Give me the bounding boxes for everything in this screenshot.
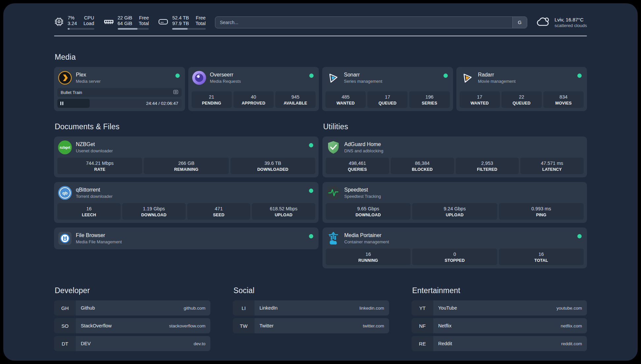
bookmark-youtube[interactable]: YT YouTube youtube.com bbox=[412, 300, 587, 316]
stat-tile: 945 AVAILABLE bbox=[275, 91, 316, 108]
bookmark-stackoverflow[interactable]: SO StackOverflow stackoverflow.com bbox=[54, 318, 210, 333]
stat-tile: 266 GB REMAINING bbox=[144, 158, 229, 174]
stat-tile: 485 WANTED bbox=[325, 91, 366, 108]
bookmark-abbr: SO bbox=[54, 318, 76, 333]
section-utilities: Utilities bbox=[322, 122, 587, 268]
cpu-progress-fill bbox=[68, 28, 70, 30]
service-description: Series management bbox=[344, 78, 382, 84]
status-dot bbox=[309, 74, 314, 78]
stat-tile: 17 QUEUED bbox=[367, 91, 408, 108]
bookmark-abbr: YT bbox=[412, 300, 433, 316]
status-dot bbox=[577, 234, 582, 238]
service-card-overseerr[interactable]: Overseerr Media Requests 21 PENDING 40 A… bbox=[188, 67, 319, 111]
cloud-icon bbox=[536, 16, 550, 29]
service-description: Torrent downloader bbox=[76, 194, 112, 199]
memory-free: 22 GiB bbox=[118, 15, 132, 21]
stat-tile: 498,461 QUERIES bbox=[326, 158, 389, 174]
bookmark-name: Netflix bbox=[438, 323, 451, 328]
bookmark-domain: dev.to bbox=[194, 341, 205, 346]
service-card-nzbget[interactable]: nzbget NZBGet Usenet downloader 744.21 M… bbox=[54, 136, 319, 177]
stat-tile: 16 LEECH bbox=[57, 203, 121, 220]
memory-label-2: Total bbox=[139, 21, 149, 26]
bookmark-abbr: NF bbox=[412, 318, 433, 333]
service-name: qBittorrent bbox=[76, 187, 112, 193]
bookmark-linkedin[interactable]: LI LinkedIn linkedin.com bbox=[233, 300, 389, 316]
section-entertainment: Entertainment YT YouTube youtube.com NF … bbox=[412, 286, 587, 354]
stat-tile: 47.571 ms LATENCY bbox=[520, 158, 584, 174]
status-dot bbox=[443, 74, 448, 78]
stat-tile: 196 SERIES bbox=[409, 91, 449, 108]
stat-tile: 2,953 FILTERED bbox=[456, 158, 519, 174]
bookmark-twitter[interactable]: TW Twitter twitter.com bbox=[233, 318, 389, 333]
search-input[interactable] bbox=[215, 16, 527, 28]
service-card-radarr[interactable]: Radarr Movie management 17 WANTED 22 QUE… bbox=[456, 67, 587, 111]
section-title-social: Social bbox=[233, 286, 389, 295]
service-card-portainer[interactable]: Media Portainer Container management 16 … bbox=[322, 228, 587, 268]
search-engine-button[interactable]: G bbox=[512, 17, 527, 28]
svg-text:nzbget: nzbget bbox=[60, 146, 71, 149]
bookmark-abbr: GH bbox=[54, 300, 76, 316]
service-description: Media Requests bbox=[210, 78, 241, 84]
disk-progress-bar bbox=[172, 28, 205, 30]
service-name: Speedtest bbox=[344, 187, 381, 193]
stat-tile: 0.993 ms PING bbox=[499, 203, 584, 220]
radarr-icon bbox=[460, 71, 474, 85]
status-dot bbox=[309, 143, 313, 147]
status-dot bbox=[309, 189, 313, 193]
stat-tile: 1.19 Gbps DOWNLOAD bbox=[122, 203, 186, 220]
bookmark-abbr: LI bbox=[233, 300, 255, 316]
service-description: DNS and adblocking bbox=[344, 148, 383, 154]
qbittorrent-icon: qb bbox=[58, 186, 72, 200]
bookmark-name: LinkedIn bbox=[259, 305, 278, 311]
bookmark-domain: stackoverflow.com bbox=[169, 323, 205, 328]
weather-location-temp: Lviv, 16.87°C bbox=[555, 16, 587, 23]
memory-icon bbox=[104, 17, 114, 28]
service-card-filebrowser[interactable]: File Browser Media File Management bbox=[54, 228, 319, 249]
service-description: Container management bbox=[344, 239, 389, 245]
memory-stat: 22 GiB Free 64 GiB Total bbox=[104, 15, 149, 30]
service-name: Media Portainer bbox=[344, 232, 389, 239]
stat-tile: 22 QUEUED bbox=[502, 91, 542, 108]
service-name: Plex bbox=[76, 72, 101, 78]
bookmark-netflix[interactable]: NF Netflix netflix.com bbox=[412, 318, 587, 333]
bookmark-abbr: RE bbox=[412, 336, 433, 351]
playback-progress-fill bbox=[57, 99, 90, 108]
stat-tile: 0 STOPPED bbox=[412, 249, 497, 265]
disk-label-2: Total bbox=[196, 21, 206, 26]
stat-tile: 9.24 Gbps UPLOAD bbox=[412, 203, 497, 220]
header: 7% CPU 3.24 Load bbox=[54, 13, 587, 32]
section-media: Media Plex Media server bbox=[54, 53, 587, 111]
bookmark-domain: twitter.com bbox=[363, 323, 384, 328]
pause-button[interactable] bbox=[60, 102, 63, 105]
overseerr-icon bbox=[192, 71, 206, 85]
section-developer: Developer GH Github github.com SO StackO… bbox=[54, 286, 210, 354]
stat-tile: 17 WANTED bbox=[460, 91, 500, 108]
service-card-plex[interactable]: Plex Media server Bullet Train bbox=[54, 67, 185, 111]
service-description: Usenet downloader bbox=[76, 148, 113, 154]
stat-tile: 40 APPROVED bbox=[233, 91, 274, 108]
bookmark-name: Reddit bbox=[438, 341, 452, 346]
stat-tile: 9.65 Gbps DOWNLOAD bbox=[326, 203, 411, 220]
bookmark-abbr: DT bbox=[54, 336, 76, 351]
cpu-loadavg: 3.24 bbox=[68, 21, 77, 26]
status-dot bbox=[577, 74, 582, 78]
stat-tile: 21 PENDING bbox=[192, 91, 232, 108]
stat-tile: 834 MOVIES bbox=[543, 91, 584, 108]
service-card-qbittorrent[interactable]: qb qBittorrent Torrent downloader 16 LEE… bbox=[54, 182, 319, 223]
service-card-sonarr[interactable]: Sonarr Series management 485 WANTED 17 Q… bbox=[322, 67, 453, 111]
bookmark-dev[interactable]: DT DEV dev.to bbox=[54, 336, 210, 351]
weather-widget: Lviv, 16.87°C scattered clouds bbox=[536, 16, 587, 29]
service-description: Speedtest Tracking bbox=[344, 194, 381, 199]
service-card-adguard[interactable]: AdGuard Home DNS and adblocking 498,461 … bbox=[322, 136, 587, 177]
section-title-documents: Documents & Files bbox=[55, 122, 319, 131]
section-social: Social LI LinkedIn linkedin.com TW Twitt… bbox=[233, 286, 389, 354]
bookmark-name: StackOverflow bbox=[81, 323, 111, 328]
dashboard-panel: 7% CPU 3.24 Load bbox=[3, 3, 638, 361]
sonarr-icon bbox=[326, 71, 340, 85]
service-card-speedtest[interactable]: Speedtest Speedtest Tracking 9.65 Gbps D… bbox=[322, 182, 587, 223]
stat-tile: 86,384 BLOCKED bbox=[391, 158, 454, 174]
cpu-icon bbox=[54, 17, 64, 28]
section-title-utilities: Utilities bbox=[323, 122, 587, 131]
bookmark-github[interactable]: GH Github github.com bbox=[54, 300, 210, 316]
bookmark-reddit[interactable]: RE Reddit reddit.com bbox=[412, 336, 587, 351]
